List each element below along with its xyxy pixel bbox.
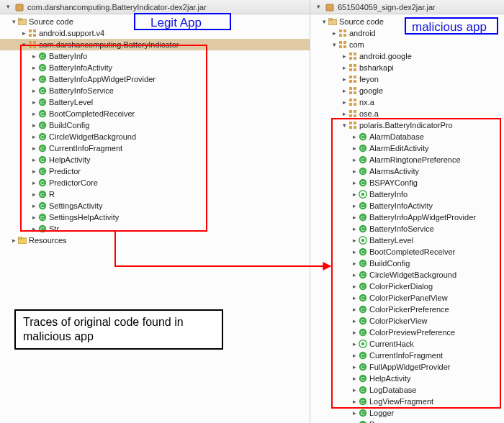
tree-class[interactable]: ▸CStr bbox=[0, 223, 310, 235]
tree-class[interactable]: ▸CBuildConfig bbox=[0, 119, 310, 131]
tree-class[interactable]: ▸CColorPreviewPreference bbox=[310, 327, 504, 338]
tree-package[interactable]: ▾polaris.BatteryIndicatorPro bbox=[310, 119, 504, 131]
chevron-right-icon[interactable]: ▸ bbox=[351, 225, 358, 232]
tree-class[interactable]: ▸CBatteryInfo bbox=[0, 50, 310, 62]
tree-package[interactable]: ▾com bbox=[310, 39, 504, 50]
chevron-right-icon[interactable]: ▸ bbox=[351, 214, 358, 221]
tree-left[interactable]: ▾Source code▸android.support.v4▾com.dars… bbox=[0, 14, 310, 247]
chevron-right-icon[interactable]: ▸ bbox=[30, 179, 37, 186]
tree-class[interactable]: ▸CLogger bbox=[310, 407, 504, 419]
tree-class[interactable]: ▸CHelpActivity bbox=[0, 154, 310, 165]
tree-class[interactable]: ▸CBootCompletedReceiver bbox=[310, 246, 504, 258]
chevron-right-icon[interactable]: ▸ bbox=[351, 202, 358, 209]
chevron-right-icon[interactable]: ▸ bbox=[351, 168, 358, 175]
tree-class[interactable]: ▸CSettingsHelpActivity bbox=[0, 212, 310, 223]
tree-class[interactable]: ▸BatteryInfo bbox=[310, 188, 504, 200]
chevron-right-icon[interactable]: ▸ bbox=[351, 248, 358, 255]
chevron-right-icon[interactable]: ▸ bbox=[30, 168, 37, 175]
chevron-right-icon[interactable]: ▸ bbox=[351, 156, 358, 163]
tree-class[interactable]: ▸CColorPickerPreference bbox=[310, 304, 504, 315]
tree-right[interactable]: ▾Source code▸android▾com▸android.google▸… bbox=[310, 14, 504, 423]
tree-resources[interactable]: ▸Resources bbox=[0, 235, 310, 246]
tree-class[interactable]: ▸CBatteryLevel bbox=[0, 96, 310, 108]
tree-class[interactable]: ▸CPredictor bbox=[0, 165, 310, 177]
tree-package[interactable]: ▸ose.a bbox=[310, 108, 504, 119]
chevron-right-icon[interactable]: ▸ bbox=[351, 283, 358, 290]
tree-class[interactable]: ▸CLogDatabase bbox=[310, 384, 504, 396]
chevron-right-icon[interactable]: ▸ bbox=[341, 64, 348, 71]
chevron-down-icon[interactable]: ▾ bbox=[10, 18, 17, 25]
tree-package[interactable]: ▸android bbox=[310, 27, 504, 39]
tree-class[interactable]: ▸BatteryLevel bbox=[310, 235, 504, 246]
tree-class[interactable]: ▸CBatteryInfoAppWidgetProvider bbox=[310, 212, 504, 223]
tree-class[interactable]: ▸CR bbox=[0, 188, 310, 200]
tree-class[interactable]: ▸CAlarmEditActivity bbox=[310, 142, 504, 154]
tree-package[interactable]: ▸nx.a bbox=[310, 96, 504, 108]
tree-class[interactable]: ▸CAlarmsActivity bbox=[310, 165, 504, 177]
chevron-right-icon[interactable]: ▸ bbox=[30, 145, 37, 152]
chevron-right-icon[interactable]: ▸ bbox=[351, 375, 358, 382]
chevron-right-icon[interactable]: ▸ bbox=[351, 179, 358, 186]
tree-class[interactable]: ▸CCircleWidgetBackground bbox=[310, 269, 504, 281]
collapse-icon[interactable]: ▾ bbox=[315, 4, 322, 11]
tree-class[interactable]: ▸CBatteryInfoService bbox=[310, 223, 504, 235]
tree-class[interactable]: ▸CBatteryInfoActivity bbox=[310, 200, 504, 212]
tree-source-root[interactable]: ▾Source code bbox=[310, 16, 504, 27]
tree-package[interactable]: ▸android.support.v4 bbox=[0, 27, 310, 39]
chevron-right-icon[interactable]: ▸ bbox=[30, 87, 37, 94]
chevron-right-icon[interactable]: ▸ bbox=[341, 53, 348, 60]
chevron-right-icon[interactable]: ▸ bbox=[351, 145, 358, 152]
chevron-down-icon[interactable]: ▾ bbox=[20, 41, 27, 48]
chevron-right-icon[interactable]: ▸ bbox=[30, 191, 37, 198]
chevron-right-icon[interactable]: ▸ bbox=[351, 317, 358, 324]
chevron-right-icon[interactable]: ▸ bbox=[341, 87, 348, 94]
chevron-right-icon[interactable]: ▸ bbox=[351, 409, 358, 417]
chevron-right-icon[interactable]: ▸ bbox=[30, 225, 37, 232]
chevron-right-icon[interactable]: ▸ bbox=[341, 76, 348, 83]
tree-package[interactable]: ▸google bbox=[310, 85, 504, 96]
chevron-down-icon[interactable]: ▾ bbox=[330, 41, 338, 48]
chevron-right-icon[interactable]: ▸ bbox=[351, 271, 358, 278]
chevron-right-icon[interactable]: ▸ bbox=[341, 110, 348, 117]
tree-class[interactable]: ▸CBatteryInfoService bbox=[0, 85, 310, 96]
chevron-right-icon[interactable]: ▸ bbox=[30, 202, 37, 209]
tree-class[interactable]: ▸CColorPickerPanelView bbox=[310, 292, 504, 304]
chevron-right-icon[interactable]: ▸ bbox=[341, 99, 348, 106]
chevron-right-icon[interactable]: ▸ bbox=[30, 53, 37, 60]
chevron-right-icon[interactable]: ▸ bbox=[30, 110, 37, 117]
chevron-right-icon[interactable]: ▸ bbox=[351, 398, 358, 405]
chevron-down-icon[interactable]: ▾ bbox=[320, 18, 328, 25]
chevron-right-icon[interactable]: ▸ bbox=[330, 29, 338, 37]
tree-class[interactable]: ▸CSettingsActivity bbox=[0, 200, 310, 212]
tree-class[interactable]: ▸CFullAppWidgetProvider bbox=[310, 361, 504, 373]
chevron-right-icon[interactable]: ▸ bbox=[30, 133, 37, 140]
chevron-right-icon[interactable]: ▸ bbox=[30, 156, 37, 163]
tree-class[interactable]: ▸CHelpActivity bbox=[310, 373, 504, 384]
tree-package[interactable]: ▸android.google bbox=[310, 50, 504, 62]
tree-class[interactable]: ▸CBatteryInfoActivity bbox=[0, 62, 310, 73]
tree-class[interactable]: ▸CBootCompletedReceiver bbox=[0, 108, 310, 119]
chevron-right-icon[interactable]: ▸ bbox=[10, 237, 17, 244]
chevron-right-icon[interactable]: ▸ bbox=[351, 386, 358, 394]
tree-class[interactable]: ▸CPay bbox=[310, 419, 504, 423]
tree-source-root[interactable]: ▾Source code bbox=[0, 16, 310, 27]
chevron-right-icon[interactable]: ▸ bbox=[351, 237, 358, 244]
chevron-right-icon[interactable]: ▸ bbox=[30, 76, 37, 83]
chevron-right-icon[interactable]: ▸ bbox=[351, 133, 358, 140]
tree-package[interactable]: ▾com.darshancomputing.BatteryIndicator bbox=[0, 39, 310, 50]
chevron-right-icon[interactable]: ▸ bbox=[351, 191, 358, 198]
tree-class[interactable]: ▸CBSPAYConfig bbox=[310, 177, 504, 188]
tree-package[interactable]: ▸bsharkapi bbox=[310, 62, 504, 73]
chevron-right-icon[interactable]: ▸ bbox=[20, 29, 27, 37]
chevron-right-icon[interactable]: ▸ bbox=[351, 352, 358, 359]
chevron-right-icon[interactable]: ▸ bbox=[351, 329, 358, 336]
tree-class[interactable]: ▸CColorPickerView bbox=[310, 315, 504, 327]
tree-class[interactable]: ▸CAlarmRingtonePreference bbox=[310, 154, 504, 165]
tree-package[interactable]: ▸feyon bbox=[310, 73, 504, 85]
chevron-down-icon[interactable]: ▾ bbox=[341, 122, 348, 129]
chevron-right-icon[interactable]: ▸ bbox=[30, 99, 37, 106]
tree-class[interactable]: ▸CCurrentInfoFragment bbox=[310, 350, 504, 361]
chevron-right-icon[interactable]: ▸ bbox=[351, 306, 358, 313]
chevron-right-icon[interactable]: ▸ bbox=[30, 64, 37, 71]
chevron-right-icon[interactable]: ▸ bbox=[351, 260, 358, 267]
